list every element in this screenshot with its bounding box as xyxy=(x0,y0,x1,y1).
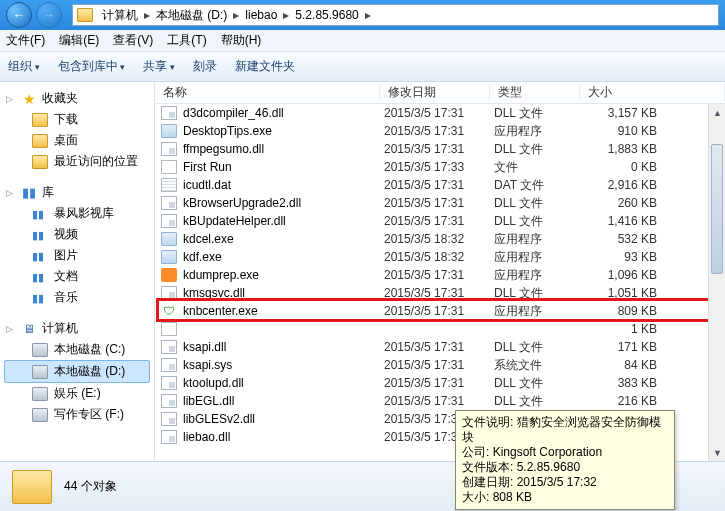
star-icon: ★ xyxy=(20,91,38,107)
sidebar-item[interactable]: 本地磁盘 (D:) xyxy=(4,360,150,383)
file-row[interactable]: DesktopTips.exe2015/3/5 17:31应用程序910 KB xyxy=(155,122,725,140)
sidebar-item[interactable]: ▮▮暴风影视库 xyxy=(4,203,150,224)
menu-edit[interactable]: 编辑(E) xyxy=(59,32,99,49)
column-header[interactable]: 名称 修改日期 类型 大小 xyxy=(155,82,725,104)
col-date[interactable]: 修改日期 xyxy=(380,84,490,101)
share-button[interactable]: 共享 xyxy=(143,58,175,75)
file-row[interactable]: kBrowserUpgrade2.dll2015/3/5 17:31DLL 文件… xyxy=(155,194,725,212)
sidebar-item-label: 下载 xyxy=(54,111,78,128)
file-row[interactable]: kmsgsvc.dll2015/3/5 17:31DLL 文件1,051 KB xyxy=(155,284,725,302)
file-date: 2015/3/5 17:31 xyxy=(384,124,494,138)
burn-button[interactable]: 刻录 xyxy=(193,58,217,75)
sidebar-item[interactable]: ▮▮图片 xyxy=(4,245,150,266)
file-row[interactable]: kdcel.exe2015/3/5 18:32应用程序532 KB xyxy=(155,230,725,248)
scrollbar[interactable]: ▲ ▼ xyxy=(708,104,725,461)
chevron-right-icon[interactable]: ▸ xyxy=(280,8,292,22)
sidebar-item-label: 视频 xyxy=(54,226,78,243)
sidebar-item[interactable]: 最近访问的位置 xyxy=(4,151,150,172)
file-row[interactable]: ksapi.dll2015/3/5 17:31DLL 文件171 KB xyxy=(155,338,725,356)
file-row[interactable]: kdf.exe2015/3/5 18:32应用程序93 KB xyxy=(155,248,725,266)
file-size: 910 KB xyxy=(584,124,669,138)
file-row[interactable]: ktoolupd.dll2015/3/5 17:31DLL 文件383 KB xyxy=(155,374,725,392)
chevron-right-icon[interactable]: ▸ xyxy=(141,8,153,22)
file-size: 216 KB xyxy=(584,394,669,408)
scroll-up-icon[interactable]: ▲ xyxy=(709,104,725,121)
tooltip-line: 创建日期: 2015/3/5 17:32 xyxy=(462,475,668,490)
file-date: 2015/3/5 17:31 xyxy=(384,214,494,228)
file-row[interactable]: libEGL.dll2015/3/5 17:31DLL 文件216 KB xyxy=(155,392,725,410)
file-type: 应用程序 xyxy=(494,303,584,320)
sidebar-group-head[interactable]: ▷★收藏夹 xyxy=(4,88,150,109)
file-rep-icon xyxy=(161,178,177,192)
col-name[interactable]: 名称 xyxy=(155,84,380,101)
include-button[interactable]: 包含到库中 xyxy=(58,58,126,75)
file-row[interactable]: 🛡knbcenter.exe2015/3/5 17:31应用程序809 KB xyxy=(155,302,725,320)
back-button[interactable]: ← xyxy=(6,2,32,28)
menu-view[interactable]: 查看(V) xyxy=(113,32,153,49)
file-row[interactable]: ffmpegsumo.dll2015/3/5 17:31DLL 文件1,883 … xyxy=(155,140,725,158)
file-name: d3dcompiler_46.dll xyxy=(183,106,384,120)
newfolder-button[interactable]: 新建文件夹 xyxy=(235,58,295,75)
file-type: DLL 文件 xyxy=(494,393,584,410)
sidebar-item[interactable]: 下载 xyxy=(4,109,150,130)
address-bar[interactable]: 计算机▸本地磁盘 (D:)▸liebao▸5.2.85.9680▸ xyxy=(72,4,719,26)
sidebar-item[interactable]: 娱乐 (E:) xyxy=(4,383,150,404)
file-dll-icon xyxy=(161,394,177,408)
file-type: 应用程序 xyxy=(494,231,584,248)
organize-button[interactable]: 组织 xyxy=(8,58,40,75)
scroll-thumb[interactable] xyxy=(711,144,723,274)
file-row[interactable]: kBUpdateHelper.dll2015/3/5 17:31DLL 文件1,… xyxy=(155,212,725,230)
col-type[interactable]: 类型 xyxy=(490,84,580,101)
breadcrumb-item[interactable]: 计算机 xyxy=(99,7,141,24)
breadcrumb-item[interactable]: 5.2.85.9680 xyxy=(292,8,361,22)
sidebar-item[interactable]: 本地磁盘 (C:) xyxy=(4,339,150,360)
sidebar-item-label: 图片 xyxy=(54,247,78,264)
chevron-right-icon[interactable]: ▸ xyxy=(362,8,374,22)
sidebar-group-label: 库 xyxy=(42,184,54,201)
file-date: 2015/3/5 17:31 xyxy=(384,178,494,192)
sidebar-group-head[interactable]: ▷▮▮库 xyxy=(4,182,150,203)
file-size: 0 KB xyxy=(584,160,669,174)
tooltip-line: 公司: Kingsoft Corporation xyxy=(462,445,668,460)
sidebar-item[interactable]: ▮▮音乐 xyxy=(4,287,150,308)
sidebar-item[interactable]: 桌面 xyxy=(4,130,150,151)
file-name: First Run xyxy=(183,160,384,174)
breadcrumb-item[interactable]: 本地磁盘 (D:) xyxy=(153,7,230,24)
forward-button[interactable]: → xyxy=(36,2,62,28)
file-row[interactable]: kdumprep.exe2015/3/5 17:31应用程序1,096 KB xyxy=(155,266,725,284)
breadcrumb-item[interactable]: liebao xyxy=(242,8,280,22)
file-date: 2015/3/5 17:31 xyxy=(384,196,494,210)
tooltip-line: 大小: 808 KB xyxy=(462,490,668,505)
folder-icon xyxy=(77,8,93,22)
scroll-down-icon[interactable]: ▼ xyxy=(709,444,725,461)
file-row[interactable]: 1 KB xyxy=(155,320,725,338)
sidebar-group-head[interactable]: ▷🖥计算机 xyxy=(4,318,150,339)
menu-help[interactable]: 帮助(H) xyxy=(221,32,262,49)
sidebar-item[interactable]: 写作专区 (F:) xyxy=(4,404,150,425)
folder-icon xyxy=(12,470,52,504)
file-pane: 名称 修改日期 类型 大小 d3dcompiler_46.dll2015/3/5… xyxy=(155,82,725,461)
library-icon: ▮▮ xyxy=(32,228,48,242)
file-size: 809 KB xyxy=(584,304,669,318)
file-row[interactable]: First Run2015/3/5 17:33文件0 KB xyxy=(155,158,725,176)
file-shield-icon: 🛡 xyxy=(161,304,177,318)
chevron-right-icon[interactable]: ▸ xyxy=(230,8,242,22)
file-name: ffmpegsumo.dll xyxy=(183,142,384,156)
file-size: 532 KB xyxy=(584,232,669,246)
drive-icon xyxy=(32,408,48,422)
sidebar-item[interactable]: ▮▮视频 xyxy=(4,224,150,245)
folder-icon xyxy=(32,155,48,169)
sidebar-item-label: 本地磁盘 (D:) xyxy=(54,363,125,380)
file-row[interactable]: d3dcompiler_46.dll2015/3/5 17:31DLL 文件3,… xyxy=(155,104,725,122)
file-row[interactable]: ksapi.sys2015/3/5 17:31系统文件84 KB xyxy=(155,356,725,374)
file-date: 2015/3/5 17:31 xyxy=(384,304,494,318)
tooltip: 文件说明: 猎豹安全浏览器安全防御模块 公司: Kingsoft Corpora… xyxy=(455,410,675,510)
tooltip-line: 文件说明: 猎豹安全浏览器安全防御模块 xyxy=(462,415,668,445)
file-exe-icon xyxy=(161,250,177,264)
tooltip-line: 文件版本: 5.2.85.9680 xyxy=(462,460,668,475)
menu-tools[interactable]: 工具(T) xyxy=(167,32,206,49)
file-row[interactable]: icudtl.dat2015/3/5 17:31DAT 文件2,916 KB xyxy=(155,176,725,194)
col-size[interactable]: 大小 xyxy=(580,84,725,101)
menu-file[interactable]: 文件(F) xyxy=(6,32,45,49)
sidebar-item[interactable]: ▮▮文档 xyxy=(4,266,150,287)
